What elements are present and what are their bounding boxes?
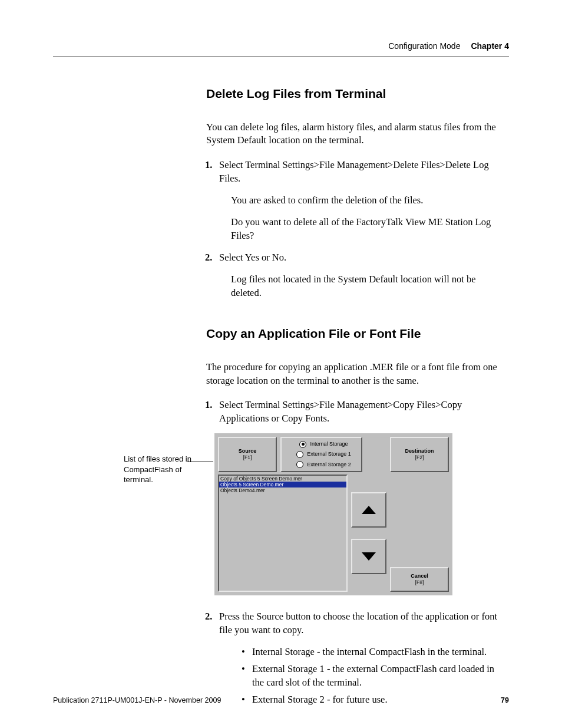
page-header: Configuration Mode Chapter 4 (53, 41, 509, 57)
page-number: 79 (501, 696, 509, 704)
s2-step2-num: 2. (205, 610, 212, 623)
scroll-down-button[interactable] (351, 539, 386, 574)
s2-step1-text: Select Terminal Settings>File Management… (219, 399, 462, 424)
section1-title: Delete Log Files from Terminal (206, 87, 503, 101)
chevron-down-icon (362, 552, 376, 561)
destination-label: Destination (405, 448, 434, 454)
s1-step1: 1. Select Terminal Settings>File Managem… (219, 158, 503, 185)
s2-bul1: Internal Storage - the internal CompactF… (242, 645, 503, 658)
radio-dot-icon (296, 451, 303, 458)
radio-external1[interactable]: External Storage 1 (292, 451, 351, 458)
cancel-key: [F8] (415, 579, 424, 586)
s2-step2: 2. Press the Source button to choose the… (219, 610, 503, 637)
s1-step2-text: Select Yes or No. (219, 252, 286, 263)
s2-bul2: External Storage 1 - the external Compac… (242, 662, 503, 689)
header-section: Configuration Mode (388, 41, 460, 51)
content: Delete Log Files from Terminal You can d… (206, 87, 503, 707)
chevron-up-icon (362, 506, 376, 514)
header-chapter: Chapter 4 (471, 41, 509, 51)
cancel-label: Cancel (411, 573, 428, 579)
s2-step1-num: 1. (205, 398, 212, 411)
s1-step2-num: 2. (205, 251, 212, 264)
scroll-up-button[interactable] (351, 492, 386, 528)
s1-step2-a: Log files not located in the System Defa… (231, 272, 503, 299)
s2-step2-text: Press the Source button to choose the lo… (219, 611, 497, 635)
radio-internal[interactable]: Internal Storage (295, 441, 348, 448)
s1-step2: 2. Select Yes or No. (219, 251, 503, 264)
storage-radio-group: Internal Storage External Storage 1 Exte… (280, 437, 362, 472)
source-key: [F1] (243, 454, 252, 461)
radio-internal-label: Internal Storage (310, 441, 348, 447)
margin-annotation: List of files stored in CompactFlash of … (124, 454, 200, 485)
s1-step1-text: Select Terminal Settings>File Management… (219, 159, 489, 184)
s1-step1-num: 1. (205, 158, 212, 172)
cancel-button[interactable]: Cancel [F8] (390, 567, 449, 592)
destination-button[interactable]: Destination [F2] (390, 437, 449, 472)
section2-title: Copy an Application File or Font File (206, 327, 503, 341)
margin-annotation-leader (187, 462, 213, 462)
footer: Publication 2711P-UM001J-EN-P - November… (53, 696, 509, 704)
section2-intro: The procedure for copying an application… (206, 361, 503, 387)
page: Configuration Mode Chapter 4 Delete Log … (0, 0, 562, 728)
scroll-arrows (351, 475, 386, 592)
file-row[interactable]: Copy of Objects 5 Screen Demo.mer (219, 476, 346, 482)
section1-intro: You can delete log files, alarm history … (206, 121, 503, 147)
s2-step1: 1. Select Terminal Settings>File Managem… (219, 398, 503, 425)
radio-external1-label: External Storage 1 (307, 451, 351, 457)
s1-step1-a: You are asked to confirm the deletion of… (231, 193, 503, 207)
radio-dot-icon (299, 441, 306, 448)
copy-files-screenshot: Source [F1] Internal Storage External St… (214, 433, 452, 595)
file-row-selected[interactable]: Objects 5 Screen Demo.mer (219, 482, 346, 487)
file-list[interactable]: Copy of Objects 5 Screen Demo.mer Object… (218, 475, 348, 592)
file-row[interactable]: Objects Demo4.mer (219, 487, 346, 493)
destination-key: [F2] (415, 454, 424, 461)
radio-external2[interactable]: External Storage 2 (292, 461, 351, 468)
source-label: Source (239, 448, 257, 454)
radio-dot-icon (296, 461, 303, 468)
radio-external2-label: External Storage 2 (307, 462, 351, 468)
s1-step1-b: Do you want to delete all of the Factory… (231, 215, 503, 242)
source-button[interactable]: Source [F1] (218, 437, 277, 472)
publication-id: Publication 2711P-UM001J-EN-P - November… (53, 696, 221, 704)
